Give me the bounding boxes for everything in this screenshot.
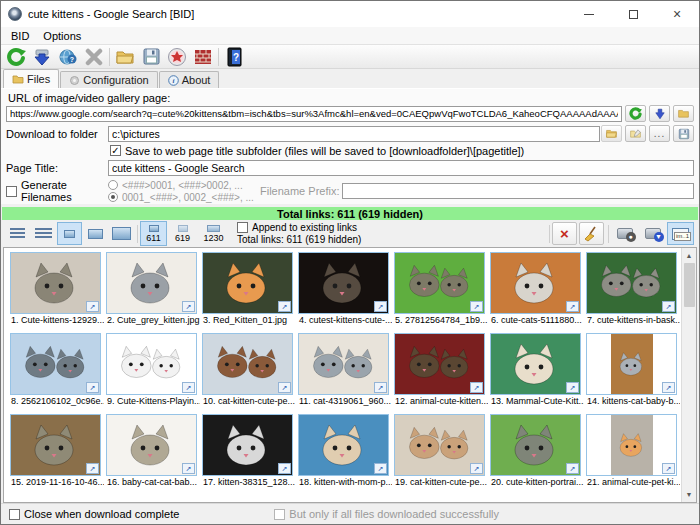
thumbnail[interactable]: ↗ [298, 333, 389, 395]
kitten-illustration [403, 421, 477, 469]
close-icon: × [673, 7, 681, 21]
thumbnail-cell: ↗12. animal-cute-kitten... [394, 333, 490, 407]
refresh-button[interactable] [3, 45, 29, 68]
kitten-illustration [307, 259, 381, 307]
filter-hidden-button[interactable]: 619 [169, 221, 196, 246]
help-button[interactable]: ? [221, 45, 247, 68]
tab-configuration[interactable]: Configuration [60, 71, 157, 88]
append-links-label: Append to existing links [252, 222, 357, 234]
kitten-illustration [211, 421, 285, 469]
link-overlay-icon: ↗ [374, 463, 387, 474]
url-input[interactable] [6, 106, 622, 122]
kitten-illustration [19, 340, 93, 388]
kitten-illustration [211, 340, 285, 388]
menu-bid[interactable]: BID [4, 29, 36, 43]
thumbnail[interactable]: ↗ [10, 333, 101, 395]
thumbnail[interactable]: ↗ [202, 252, 293, 314]
browse-folder-button[interactable] [601, 125, 622, 142]
thumbnail-caption: 1. Cute-kittens-12929... [10, 314, 104, 326]
open-folder-button[interactable] [112, 45, 138, 68]
title-bar[interactable]: cute kittens - Google Search [BID] × [1, 1, 699, 27]
subfolder-checkbox[interactable]: ✓ [110, 145, 121, 156]
thumbnail[interactable]: ↗ [586, 414, 677, 476]
thumbnail[interactable]: ↗ [202, 333, 293, 395]
web-help-button[interactable]: ? [55, 45, 81, 68]
thumbnail[interactable]: ↗ [394, 252, 485, 314]
thumbnail-caption: 13. Mammal-Cute-Kitt... [490, 395, 584, 407]
delete-links-button[interactable]: × [552, 222, 577, 245]
page-title-input[interactable] [108, 160, 694, 176]
tab-about[interactable]: i About [159, 71, 220, 88]
thumbnail[interactable]: ↗ [394, 414, 485, 476]
view-list-button[interactable] [5, 222, 30, 245]
filter-all-button[interactable]: 1230 [198, 221, 229, 246]
explore-folder-button[interactable] [625, 125, 646, 142]
thumbnail[interactable]: ↗ [490, 333, 581, 395]
view-thumbs-large-button[interactable] [109, 222, 134, 245]
plugin-badge-button[interactable] [164, 45, 190, 68]
vertical-scrollbar[interactable]: ▲ ▼ [681, 248, 696, 502]
thumbnail[interactable]: ↗ [298, 414, 389, 476]
info-icon: i [168, 75, 179, 86]
more-options-button[interactable]: ... [649, 125, 670, 142]
download-links-button[interactable]: ▼ [639, 222, 666, 245]
scrollbar-thumb[interactable] [684, 263, 695, 307]
save-folder-button[interactable] [673, 125, 694, 142]
view-details-button[interactable] [31, 222, 56, 245]
scroll-down-arrow[interactable]: ▼ [682, 487, 697, 502]
gear-icon [69, 75, 80, 86]
links-toolbar: 611 619 1230 Append to existing links To… [1, 220, 699, 247]
download-queue-button[interactable] [29, 45, 55, 68]
clear-links-button[interactable] [579, 222, 604, 245]
thumbnail[interactable]: ↗ [202, 414, 293, 476]
maximize-button[interactable] [611, 1, 655, 27]
thumbnail[interactable]: ↗ [490, 252, 581, 314]
thumbnail[interactable]: ↗ [106, 252, 197, 314]
show-image-names-button[interactable]: im..1 [667, 222, 694, 245]
thumbnail[interactable]: ↗ [298, 252, 389, 314]
url-folder-button[interactable] [673, 105, 694, 122]
thumbnail[interactable]: ↗ [10, 252, 101, 314]
medium-thumbnails-icon [88, 229, 103, 239]
thumbnail-caption: 10. cat-kitten-cute-pe... [202, 395, 296, 407]
thumbnail[interactable]: ↗ [394, 333, 485, 395]
firewall-button[interactable] [190, 45, 216, 68]
append-links-checkbox[interactable] [237, 222, 248, 233]
refresh-icon [6, 47, 26, 67]
bid-window: cute kittens - Google Search [BID] × BID… [0, 0, 700, 525]
scroll-up-arrow[interactable]: ▲ [682, 248, 697, 263]
save-button[interactable] [138, 45, 164, 68]
thumbnail-cell: ↗3. Red_Kitten_01.jpg [202, 252, 298, 326]
link-overlay-icon: ↗ [566, 382, 579, 393]
thumbnail[interactable]: ↗ [106, 333, 197, 395]
kitten-illustration [611, 421, 653, 469]
requeue-download-button[interactable]: ● [611, 222, 638, 245]
link-overlay-icon: ↗ [86, 463, 99, 474]
thumbnail[interactable]: ↗ [586, 333, 677, 395]
tab-files[interactable]: Files [3, 69, 59, 88]
thumbnail[interactable]: ↗ [586, 252, 677, 314]
filter-images-button[interactable]: 611 [140, 221, 167, 246]
link-overlay-icon: ↗ [182, 301, 195, 312]
window-title: cute kittens - Google Search [BID] [28, 8, 567, 20]
minimize-button[interactable] [567, 1, 611, 27]
thumbnail[interactable]: ↗ [106, 414, 197, 476]
thumbnail[interactable]: ↗ [10, 414, 101, 476]
view-thumbs-small-button[interactable] [57, 222, 82, 245]
url-refresh-button[interactable] [625, 105, 646, 122]
generate-filenames-checkbox[interactable] [6, 186, 17, 197]
download-folder-input[interactable] [108, 126, 600, 142]
view-thumbs-medium-button[interactable] [83, 222, 108, 245]
kitten-illustration [499, 421, 573, 469]
ellipsis-icon: ... [654, 128, 665, 139]
close-button[interactable]: × [655, 1, 699, 27]
close-when-complete-checkbox[interactable] [9, 509, 20, 520]
filename-prefix-label: Filename Prefix: [260, 185, 342, 197]
thumbnail[interactable]: ↗ [490, 414, 581, 476]
toolbar-separator [218, 48, 219, 66]
menu-options[interactable]: Options [36, 29, 88, 43]
url-go-button[interactable] [649, 105, 670, 122]
cancel-button[interactable] [81, 45, 107, 68]
link-overlay-icon: ↗ [566, 463, 579, 474]
minimize-icon [584, 14, 594, 15]
